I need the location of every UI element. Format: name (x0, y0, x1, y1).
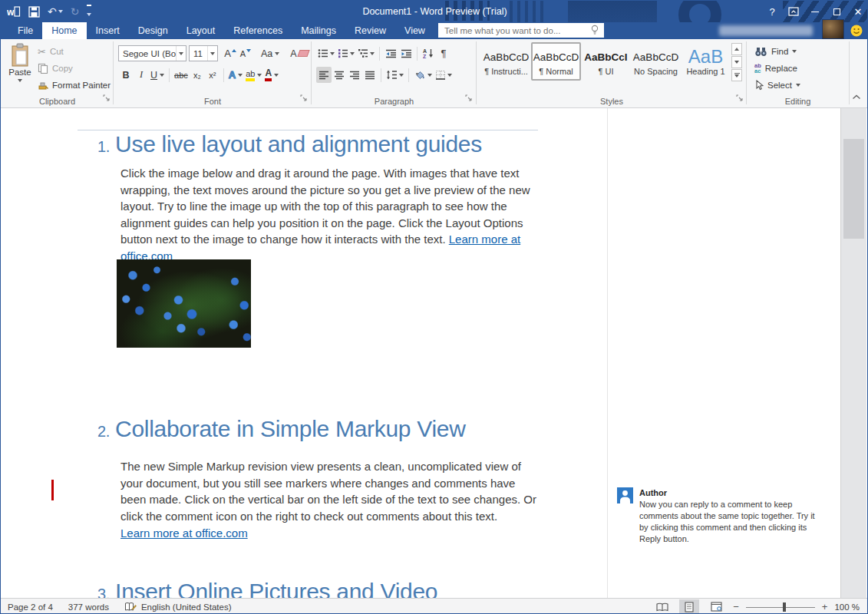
superscript-button[interactable]: x² (205, 67, 220, 83)
revision-marker-bar[interactable] (51, 480, 54, 500)
replace-button[interactable]: ab ac Replace (754, 61, 797, 76)
tab-file[interactable]: File (8, 22, 42, 39)
tab-mailings[interactable]: Mailings (292, 22, 345, 39)
tab-layout[interactable]: Layout (177, 22, 225, 39)
office-link-2[interactable]: Learn more at office.com (120, 527, 248, 540)
underline-caret[interactable] (160, 74, 164, 77)
numbering-button[interactable] (336, 45, 356, 61)
flowers-image[interactable] (117, 259, 251, 348)
word-count[interactable]: 377 words (68, 602, 109, 612)
help-button[interactable]: ? (761, 1, 783, 22)
vertical-scrollbar[interactable] (840, 108, 866, 598)
font-color-caret[interactable] (274, 74, 279, 77)
tab-references[interactable]: References (224, 22, 292, 39)
format-painter-button[interactable]: Format Painter (38, 78, 111, 93)
tab-home[interactable]: Home (42, 22, 86, 39)
font-size-caret[interactable] (207, 46, 217, 61)
borders-caret[interactable] (447, 74, 452, 77)
tab-design[interactable]: Design (129, 22, 177, 39)
select-button[interactable]: Select (754, 78, 800, 93)
select-caret[interactable] (796, 84, 800, 87)
collapse-ribbon-button[interactable] (852, 89, 861, 103)
close-button[interactable]: ✕ (847, 1, 868, 22)
underline-button[interactable]: U (149, 67, 166, 83)
highlight-button[interactable]: ab (244, 67, 263, 83)
tab-view[interactable]: View (395, 22, 434, 39)
proofing-status[interactable]: English (United States) (124, 602, 232, 612)
user-avatar[interactable] (822, 19, 844, 39)
paste-button[interactable]: Paste (5, 43, 35, 97)
shading-caret[interactable] (427, 74, 432, 77)
font-color-button[interactable]: A (263, 67, 280, 83)
clear-formatting-button[interactable]: A (289, 45, 309, 61)
style-normal[interactable]: AaBbCcD ¶ Normal (531, 42, 581, 81)
shrink-font-button[interactable]: A (238, 45, 253, 61)
redo-button[interactable]: ↻ (71, 1, 80, 22)
document-canvas[interactable]: 1. Use live layout and alignment guides … (1, 108, 868, 598)
tell-me-input[interactable] (438, 26, 590, 35)
undo-dropdown-caret[interactable] (58, 10, 63, 13)
clipboard-dialog-launcher[interactable] (103, 91, 111, 105)
show-hide-marks-button[interactable]: ¶ (436, 45, 451, 61)
paste-dropdown-caret[interactable] (18, 79, 22, 82)
align-center-button[interactable] (332, 67, 347, 83)
bullets-caret[interactable] (330, 52, 335, 55)
font-name-combobox[interactable]: Segoe UI (Bod (118, 45, 186, 61)
decrease-indent-button[interactable] (383, 45, 398, 61)
align-left-button[interactable] (316, 67, 332, 83)
sort-button[interactable]: AZ (421, 45, 436, 61)
subscript-button[interactable]: x₂ (190, 67, 205, 83)
style-heading1[interactable]: AaB Heading 1 (681, 42, 731, 81)
zoom-slider-thumb[interactable] (783, 602, 786, 612)
tell-me-box[interactable] (438, 23, 604, 38)
justify-button[interactable] (362, 67, 378, 83)
highlight-caret[interactable] (257, 74, 262, 77)
multilevel-list-caret[interactable] (370, 52, 375, 55)
borders-button[interactable] (434, 67, 454, 83)
styles-scroll-down[interactable] (731, 56, 742, 68)
print-layout-button[interactable] (679, 599, 699, 614)
font-size-combobox[interactable]: 11 (189, 45, 218, 61)
styles-more-button[interactable] (731, 69, 742, 81)
paragraph-dialog-launcher[interactable] (465, 91, 473, 105)
font-name-caret[interactable] (176, 46, 186, 61)
style-ui[interactable]: AaBbCcI ¶ UI (581, 42, 631, 81)
tab-review[interactable]: Review (345, 22, 395, 39)
multilevel-list-button[interactable] (356, 45, 376, 61)
style-no-spacing[interactable]: AaBbCcD No Spacing (631, 42, 681, 81)
customize-quick-access-button[interactable] (87, 1, 91, 22)
bullets-button[interactable] (316, 45, 336, 61)
scrollbar-thumb[interactable] (843, 139, 864, 239)
find-button[interactable]: Find (754, 44, 797, 59)
find-caret[interactable] (792, 50, 797, 53)
styles-scroll-up[interactable] (731, 43, 742, 55)
read-mode-button[interactable] (652, 599, 672, 614)
cut-button[interactable]: ✂ Cut (38, 44, 64, 59)
grow-font-button[interactable]: A (223, 45, 238, 61)
zoom-out-button[interactable]: − (733, 601, 739, 612)
text-effects-caret[interactable] (238, 74, 243, 77)
feedback-smiley-icon[interactable] (850, 25, 863, 40)
line-spacing-caret[interactable] (399, 74, 404, 77)
text-effects-button[interactable]: A (227, 67, 244, 83)
italic-button[interactable]: I (134, 67, 149, 83)
zoom-in-button[interactable]: + (822, 601, 828, 612)
strikethrough-button[interactable]: abc (173, 67, 190, 83)
web-layout-button[interactable] (706, 599, 726, 614)
numbering-caret[interactable] (350, 52, 355, 55)
font-dialog-launcher[interactable] (300, 91, 308, 105)
page-indicator[interactable]: Page 2 of 4 (8, 602, 53, 612)
undo-button[interactable]: ↶ (48, 1, 63, 22)
shading-button[interactable] (412, 67, 434, 83)
tab-insert[interactable]: Insert (87, 22, 129, 39)
copy-button[interactable]: Copy (38, 61, 73, 76)
zoom-slider[interactable] (746, 602, 815, 612)
ribbon-display-options-button[interactable] (783, 1, 804, 22)
zoom-level[interactable]: 100 % (834, 602, 860, 612)
increase-indent-button[interactable] (398, 45, 414, 61)
style-instructions[interactable]: AaBbCcD ¶ Instructi... (481, 42, 531, 81)
align-right-button[interactable] (347, 67, 362, 83)
change-case-button[interactable]: Aa (259, 45, 281, 61)
styles-dialog-launcher[interactable] (736, 91, 744, 105)
bold-button[interactable]: B (118, 67, 134, 83)
